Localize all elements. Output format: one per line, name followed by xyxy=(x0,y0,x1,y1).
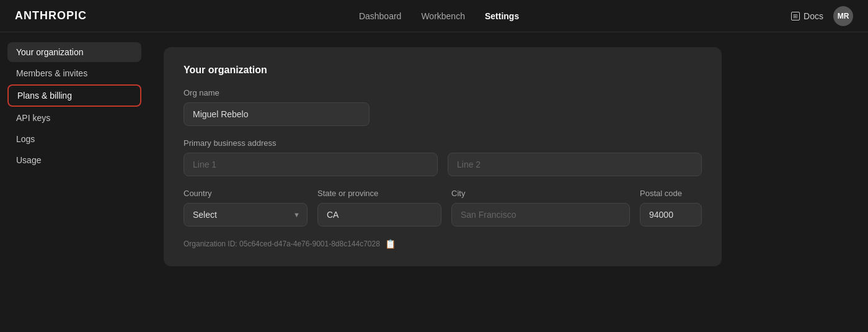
address-group: Primary business address xyxy=(184,138,702,176)
sidebar: Your organization Members & invites Plan… xyxy=(0,32,149,332)
state-label: State or province xyxy=(317,189,441,198)
state-input[interactable] xyxy=(317,203,441,227)
org-card: Your organization Org name Primary busin… xyxy=(164,47,722,266)
country-group: Country Select ▼ xyxy=(184,189,308,227)
main-nav: Dashboard Workbench Settings xyxy=(359,11,519,21)
postal-input[interactable] xyxy=(640,203,702,227)
main-content: Your organization Org name Primary busin… xyxy=(149,32,868,332)
sidebar-item-api-keys[interactable]: API keys xyxy=(7,108,141,128)
org-name-input[interactable] xyxy=(184,102,370,126)
nav-settings[interactable]: Settings xyxy=(485,11,519,21)
card-title: Your organization xyxy=(184,65,702,76)
address-row xyxy=(184,153,702,176)
sidebar-item-plans-billing[interactable]: Plans & billing xyxy=(7,84,141,107)
logo: ANTHROPIC xyxy=(15,9,87,22)
state-group: State or province xyxy=(317,189,441,227)
postal-group: Postal code xyxy=(640,189,702,227)
city-group: City xyxy=(451,189,630,227)
page-layout: Your organization Members & invites Plan… xyxy=(0,32,868,332)
header-right: ⊞ Docs MR xyxy=(791,6,853,26)
top-navbar: ANTHROPIC Dashboard Workbench Settings ⊞… xyxy=(0,0,868,32)
location-group: Country Select ▼ State or province xyxy=(184,189,702,227)
org-name-label: Org name xyxy=(184,88,702,97)
sidebar-item-logs[interactable]: Logs xyxy=(7,129,141,149)
country-select-wrapper: Select ▼ xyxy=(184,203,308,227)
docs-icon: ⊞ xyxy=(791,12,800,20)
sidebar-item-usage[interactable]: Usage xyxy=(7,150,141,170)
nav-dashboard[interactable]: Dashboard xyxy=(359,11,402,21)
org-name-group: Org name xyxy=(184,88,702,126)
docs-label: Docs xyxy=(804,11,823,21)
org-id-text: Organization ID: 05c64ced-d47a-4e76-9001… xyxy=(184,240,380,248)
nav-workbench[interactable]: Workbench xyxy=(421,11,465,21)
postal-label: Postal code xyxy=(640,189,702,198)
sidebar-item-members-invites[interactable]: Members & invites xyxy=(7,63,141,83)
address-label: Primary business address xyxy=(184,138,702,148)
copy-icon[interactable]: 📋 xyxy=(385,239,396,249)
country-select[interactable]: Select xyxy=(184,203,308,227)
sidebar-item-your-organization[interactable]: Your organization xyxy=(7,42,141,62)
location-row: Country Select ▼ State or province xyxy=(184,189,702,227)
address-line1-input[interactable] xyxy=(184,153,438,176)
docs-link[interactable]: ⊞ Docs xyxy=(791,11,823,21)
city-input[interactable] xyxy=(451,203,630,227)
org-id-row: Organization ID: 05c64ced-d47a-4e76-9001… xyxy=(184,239,702,249)
country-label: Country xyxy=(184,189,308,198)
address-line2-input[interactable] xyxy=(448,153,702,176)
city-label: City xyxy=(451,189,630,198)
avatar[interactable]: MR xyxy=(833,6,853,26)
